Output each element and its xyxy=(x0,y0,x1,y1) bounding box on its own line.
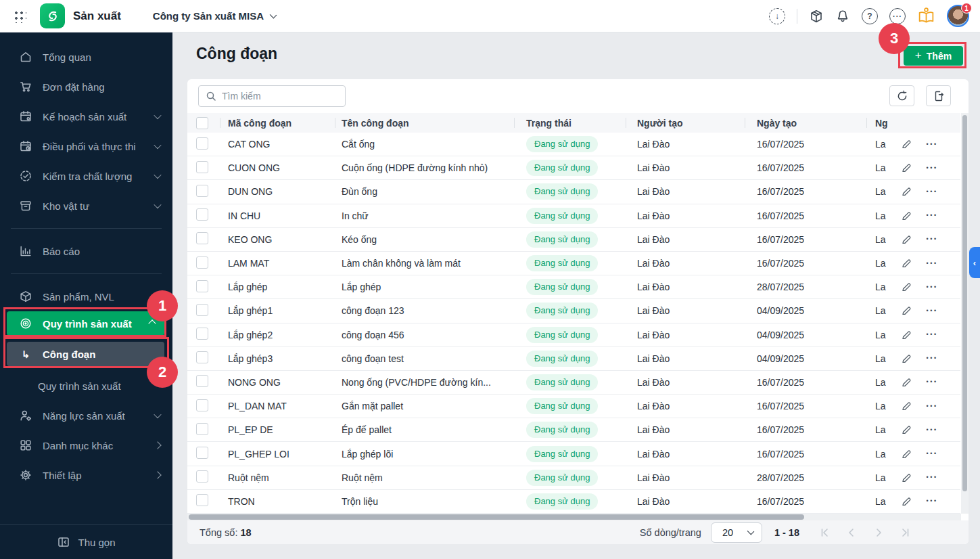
side-panel-toggle[interactable]: ‹ xyxy=(969,247,980,278)
first-page-button[interactable] xyxy=(820,528,829,537)
edit-icon[interactable] xyxy=(901,330,912,340)
edit-icon[interactable] xyxy=(901,186,912,197)
vertical-scrollbar[interactable] xyxy=(961,113,969,514)
table-row[interactable]: KEO ONG Kéo ống Đang sử dụng Lai Đào 16/… xyxy=(187,228,960,252)
horizontal-scrollbar-thumb[interactable] xyxy=(189,514,804,520)
edit-icon[interactable] xyxy=(901,496,912,507)
more-actions-icon[interactable]: ••• xyxy=(927,261,938,267)
sidebar-item-danh-muc-khac[interactable]: Danh mục khác xyxy=(0,430,172,460)
row-checkbox[interactable] xyxy=(196,351,208,363)
row-checkbox[interactable] xyxy=(196,399,208,411)
sidebar-item-kho-vat-tu[interactable]: Kho vật tư xyxy=(0,191,172,221)
table-row[interactable]: PL_DAN MAT Gắn mặt pallet Đang sử dụng L… xyxy=(187,395,960,418)
more-actions-icon[interactable]: ••• xyxy=(927,355,938,361)
row-checkbox[interactable] xyxy=(196,185,208,197)
whats-new-icon[interactable] xyxy=(917,7,935,25)
edit-icon[interactable] xyxy=(901,282,912,292)
table-row[interactable]: CAT ONG Cắt ống Đang sử dụng Lai Đào 16/… xyxy=(187,133,960,156)
table-row[interactable]: NONG ONG Nong ống (PVC/HDPE đường kín...… xyxy=(187,371,960,395)
table-row[interactable]: IN CHU In chữ Đang sử dụng Lai Đào 16/07… xyxy=(187,204,960,228)
column-header-name[interactable]: Tên công đoạn xyxy=(335,113,514,133)
column-header-truncated[interactable]: Ng xyxy=(866,113,960,133)
edit-icon[interactable] xyxy=(901,472,912,483)
row-checkbox[interactable] xyxy=(196,304,208,316)
column-header-status[interactable]: Trạng thái xyxy=(514,113,626,133)
edit-icon[interactable] xyxy=(901,258,912,269)
sidebar-item-kiem-tra-chat-luong[interactable]: Kiểm tra chất lượng xyxy=(0,161,172,191)
more-actions-icon[interactable]: ••• xyxy=(927,427,938,433)
table-row[interactable]: Lắp ghép Lắp ghép Đang sử dụng Lai Đào 2… xyxy=(187,275,960,299)
app-logo[interactable] xyxy=(40,3,65,28)
row-checkbox[interactable] xyxy=(196,161,208,173)
table-row[interactable]: CUON ONG Cuộn ống (HDPE đường kính nhỏ) … xyxy=(187,156,960,180)
table-row[interactable]: PL_GHEP LOI Lắp ghép lõi Đang sử dụng La… xyxy=(187,442,960,466)
sidebar-item-cong-doan[interactable]: ↳ Công đoạn xyxy=(7,342,164,366)
more-actions-icon[interactable]: ••• xyxy=(927,451,938,457)
column-header-code[interactable]: Mã công đoạn xyxy=(220,113,335,133)
company-selector[interactable]: Công ty Sản xuất MISA xyxy=(153,10,276,22)
search-box[interactable] xyxy=(198,85,346,107)
row-checkbox[interactable] xyxy=(196,232,208,244)
row-checkbox[interactable] xyxy=(196,423,208,435)
table-row[interactable]: PL_EP DE Ép đế pallet Đang sử dụng Lai Đ… xyxy=(187,418,960,442)
refresh-button[interactable] xyxy=(889,85,914,106)
edit-icon[interactable] xyxy=(901,139,912,150)
row-checkbox[interactable] xyxy=(196,137,208,150)
edit-icon[interactable] xyxy=(901,353,912,364)
sidebar-item-tong-quan[interactable]: Tổng quan xyxy=(0,42,172,72)
sidebar-item-quy-trinh-san-xuat[interactable]: Quy trình sản xuất xyxy=(7,311,164,336)
sidebar-item-bao-cao[interactable]: Báo cáo xyxy=(0,236,172,266)
package-icon[interactable] xyxy=(809,9,824,24)
table-row[interactable]: Lắp ghép1 công đoạn 123 Đang sử dụng Lai… xyxy=(187,299,960,323)
next-page-button[interactable] xyxy=(874,528,883,537)
vertical-scrollbar-thumb[interactable] xyxy=(962,115,967,491)
row-checkbox[interactable] xyxy=(196,208,208,221)
download-icon[interactable]: ↓ xyxy=(769,8,785,24)
table-row[interactable]: Ruột nệm Ruột nệm Đang sử dụng Lai Đào 2… xyxy=(187,466,960,490)
more-actions-icon[interactable]: ••• xyxy=(927,189,938,195)
column-header-creator[interactable]: Người tạo xyxy=(626,113,745,133)
page-size-select[interactable]: 20 xyxy=(711,522,762,543)
table-row[interactable]: DUN ONG Đùn ống Đang sử dụng Lai Đào 16/… xyxy=(187,180,960,204)
more-actions-icon[interactable]: ••• xyxy=(927,165,938,171)
select-all-checkbox[interactable] xyxy=(196,117,208,129)
export-button[interactable] xyxy=(926,85,951,106)
search-input[interactable] xyxy=(222,91,338,102)
row-checkbox[interactable] xyxy=(196,256,208,269)
more-actions-icon[interactable]: ••• xyxy=(927,332,938,338)
edit-icon[interactable] xyxy=(901,234,912,245)
table-row[interactable]: Lắp ghép2 công đoạn 456 Đang sử dụng Lai… xyxy=(187,323,960,347)
more-actions-icon[interactable]: ••• xyxy=(927,236,938,242)
edit-icon[interactable] xyxy=(901,424,912,435)
row-checkbox[interactable] xyxy=(196,328,208,340)
edit-icon[interactable] xyxy=(901,162,912,173)
sidebar-item-nang-luc-san-xuat[interactable]: Năng lực sản xuất xyxy=(0,401,172,430)
horizontal-scrollbar[interactable] xyxy=(187,514,961,520)
add-button[interactable]: + Thêm xyxy=(904,46,963,66)
table-row[interactable]: LAM MAT Làm chân không và làm mát Đang s… xyxy=(187,252,960,275)
row-checkbox[interactable] xyxy=(196,494,208,506)
prev-page-button[interactable] xyxy=(847,528,856,537)
notifications-bell-icon[interactable] xyxy=(835,9,850,24)
table-row[interactable]: TRON Trộn liệu Đang sử dụng Lai Đào 16/0… xyxy=(187,490,960,514)
help-icon[interactable]: ? xyxy=(862,8,878,24)
more-actions-icon[interactable]: ••• xyxy=(927,379,938,385)
app-grid-icon[interactable] xyxy=(13,9,26,23)
avatar[interactable]: 1 xyxy=(947,5,969,27)
more-actions-icon[interactable]: ••• xyxy=(927,284,938,290)
sidebar-item-thiet-lap[interactable]: Thiết lập xyxy=(0,460,172,490)
sidebar-item-dieu-phoi-va-thuc-thi[interactable]: Điều phối và thực thi xyxy=(0,131,172,161)
more-actions-icon[interactable]: ••• xyxy=(927,141,938,148)
table-row[interactable]: Lắp ghép3 công đoạn test Đang sử dụng La… xyxy=(187,347,960,371)
more-actions-icon[interactable]: ••• xyxy=(927,498,938,504)
sidebar-item-don-dat-hang[interactable]: Đơn đặt hàng xyxy=(0,72,172,102)
sidebar-item-ke-hoach-san-xuat[interactable]: Kế hoạch sản xuất xyxy=(0,102,172,131)
edit-icon[interactable] xyxy=(901,377,912,388)
row-checkbox[interactable] xyxy=(196,447,208,459)
edit-icon[interactable] xyxy=(901,210,912,221)
row-checkbox[interactable] xyxy=(196,375,208,387)
row-checkbox[interactable] xyxy=(196,470,208,483)
more-actions-icon[interactable]: ••• xyxy=(927,403,938,409)
column-header-date[interactable]: Ngày tạo xyxy=(745,113,866,133)
edit-icon[interactable] xyxy=(901,401,912,411)
